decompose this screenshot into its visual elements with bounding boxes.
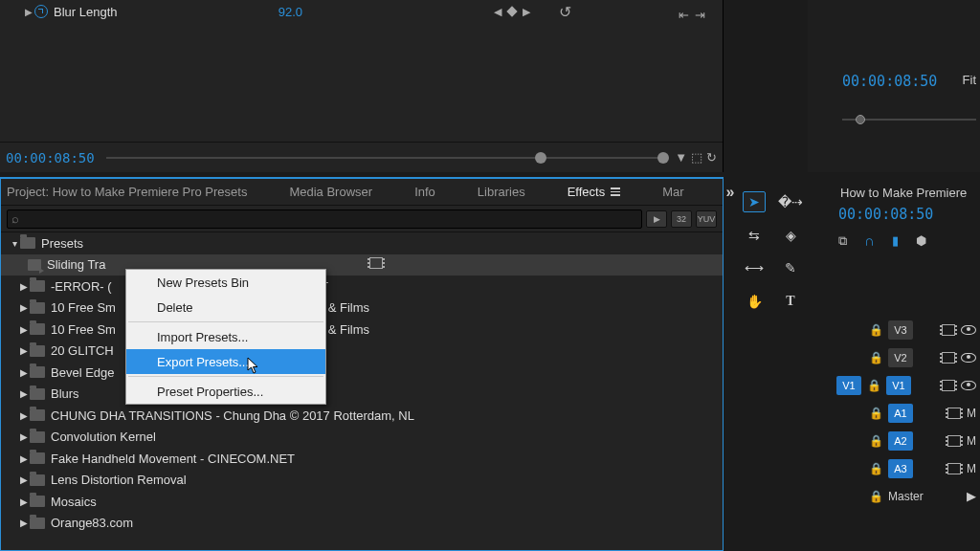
eye-icon[interactable] — [961, 353, 976, 363]
lock-icon[interactable]: 🔒 — [869, 434, 882, 448]
loop-icon[interactable]: ↻ — [706, 150, 717, 165]
track-master[interactable]: 🔒 Master ▶ — [833, 482, 980, 510]
toggle-output-icon[interactable] — [942, 352, 955, 364]
lock-icon[interactable]: 🔒 — [869, 351, 882, 364]
ctx-new-presets-bin[interactable]: New Presets Bin — [126, 270, 325, 295]
timeline-timecode[interactable]: 00:00:08:50 — [833, 206, 980, 232]
lock-icon[interactable]: 🔒 — [869, 407, 882, 420]
eye-icon[interactable] — [961, 325, 976, 335]
mute-button[interactable]: M — [967, 434, 976, 448]
zoom-level-dropdown[interactable]: Fit — [963, 73, 976, 87]
tab-project[interactable]: Project: How to Make Premiere Pro Preset… — [7, 185, 247, 199]
track-badge[interactable]: A3 — [888, 459, 913, 478]
track-badge[interactable]: V1 — [886, 376, 911, 395]
effects-search-input[interactable]: ⌕ — [7, 209, 642, 229]
timeline-scrollbar[interactable] — [106, 155, 663, 161]
toggle-output-icon[interactable] — [947, 463, 961, 474]
track-badge[interactable]: A1 — [888, 404, 913, 423]
32bit-effects-chip[interactable]: 32 — [671, 210, 692, 228]
tree-item[interactable]: ▶ Fake Handheld Movement - CINECOM.NET — [1, 448, 723, 470]
tree-item-sliding[interactable]: Sliding Tra — [1, 254, 723, 276]
chevron-right-icon[interactable]: ▶ — [18, 281, 30, 292]
rate-stretch-tool[interactable]: ◈ — [779, 225, 802, 246]
tab-markers[interactable]: Mar — [662, 185, 683, 199]
insert-mode-icon[interactable]: ⧉ — [838, 233, 847, 249]
accelerated-effects-chip[interactable]: ▶ — [646, 210, 667, 228]
tree-item[interactable]: ▶ -ERROR- ( ET — [1, 276, 723, 298]
mute-button[interactable]: M — [967, 407, 976, 420]
mute-button[interactable]: M — [967, 462, 976, 475]
chevron-right-icon[interactable]: ▶ — [18, 410, 30, 421]
linked-selection-icon[interactable]: ▮ — [892, 233, 899, 248]
chevron-right-icon[interactable]: ▶ — [18, 518, 30, 528]
yuv-effects-chip[interactable]: YUV — [696, 210, 717, 228]
lock-icon[interactable]: 🔒 — [869, 323, 882, 337]
eye-icon[interactable] — [961, 381, 976, 390]
chevron-right-icon[interactable]: ▶ — [18, 302, 30, 313]
chevron-down-icon[interactable]: ▾ — [9, 238, 20, 249]
fx-bypass-icon[interactable]: ⬚ — [691, 150, 702, 165]
scrubber-handle-icon[interactable] — [856, 115, 865, 124]
hand-tool[interactable]: ✋ — [743, 291, 766, 312]
marker-icon[interactable]: ⬢ — [916, 233, 926, 248]
tree-item[interactable]: ▶ Mosaics — [1, 491, 723, 513]
sequence-name[interactable]: How to Make Premiere — [833, 182, 980, 206]
toggle-output-icon[interactable] — [942, 380, 955, 391]
ripple-edit-tool[interactable]: ⇆ — [743, 225, 766, 246]
chevron-right-icon[interactable]: ▶ — [18, 388, 30, 399]
track-v3[interactable]: 🔒 V3 — [833, 316, 980, 343]
tree-item[interactable]: ▶ 10 Free Sm el & Films — [1, 298, 723, 320]
keyframe-nav[interactable]: ◀ ▶ — [494, 6, 530, 18]
tabs-overflow-icon[interactable]: » — [726, 184, 735, 201]
ctx-export-presets[interactable]: Export Presets... — [126, 349, 325, 374]
tab-effects[interactable]: Effects — [568, 185, 621, 199]
expand-caret-icon[interactable]: ▶ — [25, 7, 34, 17]
source-patch-badge[interactable]: V1 — [836, 376, 861, 395]
filter-icon[interactable]: ▼ — [675, 150, 687, 165]
chevron-right-icon[interactable]: ▶ — [18, 453, 30, 464]
track-badge[interactable]: V2 — [888, 348, 913, 367]
snap-toggle-icon[interactable]: ∩ — [864, 232, 875, 249]
param-row-blur-length[interactable]: ▶ Blur Length 92.0 ◀ ▶ ↺ — [0, 0, 723, 23]
pen-tool[interactable]: ✎ — [779, 257, 802, 278]
ctx-preset-properties[interactable]: Preset Properties... — [126, 379, 325, 404]
track-a1[interactable]: 🔒 A1 M — [833, 399, 980, 427]
selection-tool[interactable]: ➤ — [743, 191, 766, 212]
lock-icon[interactable]: 🔒 — [867, 379, 880, 392]
tree-item[interactable]: ▶ Convolution Kernel — [1, 427, 723, 449]
toggle-output-icon[interactable] — [942, 324, 955, 336]
tab-libraries[interactable]: Libraries — [478, 185, 525, 199]
scroll-thumb-icon[interactable] — [535, 152, 546, 164]
tree-item[interactable]: ▶ Lens Distortion Removal — [1, 470, 723, 492]
track-select-tool[interactable]: �⇢ — [779, 191, 802, 212]
param-value[interactable]: 92.0 — [245, 5, 302, 19]
stopwatch-icon[interactable] — [34, 5, 48, 18]
lock-icon[interactable]: 🔒 — [869, 490, 882, 503]
lock-icon[interactable]: 🔒 — [869, 462, 882, 475]
chevron-right-icon[interactable]: ▶ — [18, 345, 30, 356]
scroll-thumb-icon[interactable] — [657, 152, 669, 164]
tree-item[interactable]: ▶ Bevel Edge — [1, 362, 723, 384]
program-timecode[interactable]: 00:00:08:50 — [842, 73, 937, 90]
tree-item[interactable]: ▶ Orange83.com — [1, 513, 723, 535]
chevron-right-icon[interactable]: ▶ — [18, 324, 30, 335]
toggle-output-icon[interactable] — [947, 408, 961, 419]
chevron-right-icon[interactable]: ▶ — [18, 367, 30, 378]
panel-menu-icon[interactable] — [611, 187, 620, 196]
track-badge[interactable]: V3 — [888, 320, 913, 340]
ctx-import-presets[interactable]: Import Presets... — [126, 324, 325, 349]
meter-icon[interactable]: ▶ — [967, 489, 976, 503]
track-a2[interactable]: 🔒 A2 M — [833, 427, 980, 454]
type-tool[interactable]: T — [779, 291, 802, 312]
tab-info[interactable]: Info — [414, 185, 435, 199]
track-a3[interactable]: 🔒 A3 M — [833, 454, 980, 482]
slip-tool[interactable]: ⟷ — [743, 257, 766, 278]
tab-media-browser[interactable]: Media Browser — [289, 185, 372, 199]
tree-item[interactable]: ▶ Blurs — [1, 384, 723, 406]
ctx-delete[interactable]: Delete — [126, 295, 325, 320]
chevron-right-icon[interactable]: ▶ — [18, 496, 30, 507]
track-badge[interactable]: A2 — [888, 431, 913, 451]
toggle-output-icon[interactable] — [947, 435, 961, 447]
track-v1[interactable]: V1 🔒 V1 — [833, 371, 980, 399]
tree-root-presets[interactable]: ▾ Presets — [1, 232, 723, 254]
